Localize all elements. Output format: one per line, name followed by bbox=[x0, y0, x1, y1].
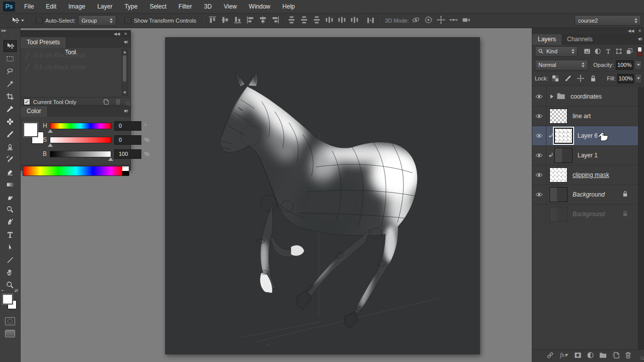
h-slider[interactable] bbox=[50, 123, 111, 129]
screen-mode-button[interactable] bbox=[5, 330, 15, 337]
menu-select[interactable]: Select bbox=[143, 0, 172, 13]
shape-filter-button[interactable] bbox=[614, 47, 623, 56]
close-icon[interactable]: ✕ bbox=[638, 29, 641, 33]
visibility-toggle[interactable] bbox=[532, 126, 546, 145]
collapse-panel-icon[interactable]: ▶▶ bbox=[0, 28, 20, 35]
tool-eraser[interactable] bbox=[3, 165, 17, 178]
show-transform-checkbox[interactable] bbox=[124, 17, 131, 24]
layer-thumbnail[interactable] bbox=[554, 148, 573, 163]
layer-name[interactable]: clipping mask bbox=[573, 171, 609, 178]
layer-row-coordinates[interactable]: coordinates bbox=[532, 87, 644, 107]
blend-mode-dropdown[interactable]: Normal bbox=[535, 60, 588, 70]
visibility-toggle[interactable] bbox=[532, 185, 546, 204]
3d-roll-button[interactable] bbox=[424, 16, 433, 25]
auto-select-target-dropdown[interactable]: Group bbox=[78, 15, 116, 26]
3d-drag-button[interactable] bbox=[437, 16, 445, 25]
pixel-filter-button[interactable] bbox=[583, 47, 592, 56]
b-slider[interactable] bbox=[50, 151, 111, 157]
panel-grip[interactable] bbox=[4, 35, 16, 38]
s-value-field[interactable]: 0 bbox=[114, 135, 141, 145]
tool-type[interactable] bbox=[3, 228, 17, 241]
lock-paint-button[interactable] bbox=[564, 74, 573, 83]
layer-thumbnail[interactable] bbox=[549, 109, 568, 124]
menu-3d[interactable]: 3D bbox=[198, 0, 217, 13]
fill-value[interactable]: 100% bbox=[617, 74, 633, 83]
white-black-swatches[interactable] bbox=[122, 166, 129, 175]
tool-marquee[interactable] bbox=[3, 52, 17, 65]
b-value-field[interactable]: 100 bbox=[114, 149, 141, 159]
collapse-icon[interactable]: ◀◀ bbox=[114, 32, 120, 36]
tab-tool-presets[interactable]: Tool Presets bbox=[21, 37, 66, 48]
tool-history[interactable] bbox=[3, 153, 17, 165]
menu-window[interactable]: Window bbox=[243, 0, 277, 13]
tool-move[interactable] bbox=[3, 40, 17, 52]
menu-file[interactable]: File bbox=[18, 0, 40, 13]
lock-transparent-button[interactable] bbox=[551, 74, 560, 83]
tool-hand[interactable] bbox=[3, 266, 17, 279]
move-tool-preset-button[interactable] bbox=[11, 17, 24, 25]
menu-view[interactable]: View bbox=[218, 0, 243, 13]
link-layers-button[interactable] bbox=[546, 351, 554, 360]
layer-name[interactable]: Background bbox=[573, 211, 605, 218]
layer-thumbnail[interactable] bbox=[549, 207, 568, 222]
layers-scrollbar[interactable] bbox=[638, 87, 644, 349]
tool-line[interactable] bbox=[3, 253, 17, 266]
tool-stamp[interactable] bbox=[3, 140, 17, 153]
resize-grip[interactable] bbox=[126, 102, 130, 106]
layer-name[interactable]: coordinates bbox=[571, 93, 602, 100]
lock-position-button[interactable] bbox=[576, 74, 585, 83]
scrollbar-thumb[interactable] bbox=[123, 55, 126, 81]
expand-triangle-icon[interactable] bbox=[550, 95, 553, 99]
opacity-dropdown-arrow[interactable] bbox=[635, 60, 642, 70]
opacity-value[interactable]: 100% bbox=[616, 60, 633, 70]
layer-style-button[interactable]: fx▾ bbox=[560, 351, 568, 359]
tool-gradient[interactable] bbox=[3, 178, 17, 191]
layer-name[interactable]: Layer 1 bbox=[578, 152, 598, 159]
layer-row-layer-6[interactable]: Layer 6 bbox=[532, 126, 644, 146]
adjustment-layer-button[interactable] bbox=[587, 351, 594, 360]
default-colors-icon[interactable]: ▪▫ bbox=[2, 289, 4, 292]
distribute-top-edges-button[interactable] bbox=[287, 16, 296, 25]
delete-preset-button[interactable] bbox=[115, 99, 121, 106]
new-preset-button[interactable] bbox=[103, 99, 109, 106]
slider-thumb-icon[interactable] bbox=[48, 143, 53, 147]
menu-filter[interactable]: Filter bbox=[173, 0, 198, 13]
resize-grip[interactable] bbox=[640, 356, 644, 360]
tool-healing[interactable] bbox=[3, 115, 17, 128]
layer-row-background[interactable]: Background bbox=[532, 185, 644, 205]
delete-layer-button[interactable] bbox=[624, 351, 632, 360]
quick-mask-button[interactable] bbox=[5, 317, 15, 325]
foreground-color-swatch[interactable] bbox=[24, 123, 38, 137]
tab-layers[interactable]: Layers bbox=[532, 34, 561, 45]
workspace-dropdown[interactable]: course2 bbox=[575, 15, 641, 26]
distribute-right-edges-button[interactable] bbox=[350, 16, 359, 25]
adjustment-filter-button[interactable] bbox=[593, 47, 602, 56]
distribute-bottom-edges-button[interactable] bbox=[312, 16, 321, 25]
layer-row-line-art[interactable]: line art bbox=[532, 107, 644, 126]
tool-smudge[interactable] bbox=[3, 191, 17, 203]
3d-camera-button[interactable] bbox=[462, 16, 470, 25]
tool-dodge[interactable] bbox=[3, 203, 17, 216]
align-top-edges-button[interactable] bbox=[208, 16, 217, 25]
menu-help[interactable]: Help bbox=[276, 0, 301, 13]
layer-row-clipping-mask[interactable]: clipping mask bbox=[532, 165, 644, 185]
layer-name[interactable]: Layer 6 bbox=[578, 132, 598, 139]
menu-edit[interactable]: Edit bbox=[40, 0, 62, 13]
scrollbar[interactable] bbox=[122, 49, 128, 96]
layer-name[interactable]: line art bbox=[573, 113, 591, 120]
type-filter-button[interactable] bbox=[604, 47, 613, 56]
current-tool-only-checkbox[interactable]: ✓ bbox=[24, 99, 30, 105]
swap-colors-icon[interactable]: ⇄ bbox=[14, 288, 18, 293]
slider-thumb-icon[interactable] bbox=[48, 129, 53, 133]
auto-select-checkbox[interactable] bbox=[36, 17, 43, 24]
document-canvas[interactable] bbox=[165, 37, 480, 354]
layer-thumbnail[interactable] bbox=[549, 167, 568, 183]
close-icon[interactable]: ✕ bbox=[124, 32, 127, 36]
tool-crop[interactable] bbox=[3, 90, 17, 103]
lock-all-button[interactable] bbox=[589, 74, 598, 83]
tool-brush[interactable] bbox=[3, 128, 17, 140]
layer-mask-button[interactable] bbox=[574, 351, 582, 360]
panel-menu-icon[interactable]: ▾≡ bbox=[124, 39, 127, 45]
panel-menu-icon[interactable]: ▾≡ bbox=[638, 36, 641, 42]
menu-image[interactable]: Image bbox=[62, 0, 91, 13]
